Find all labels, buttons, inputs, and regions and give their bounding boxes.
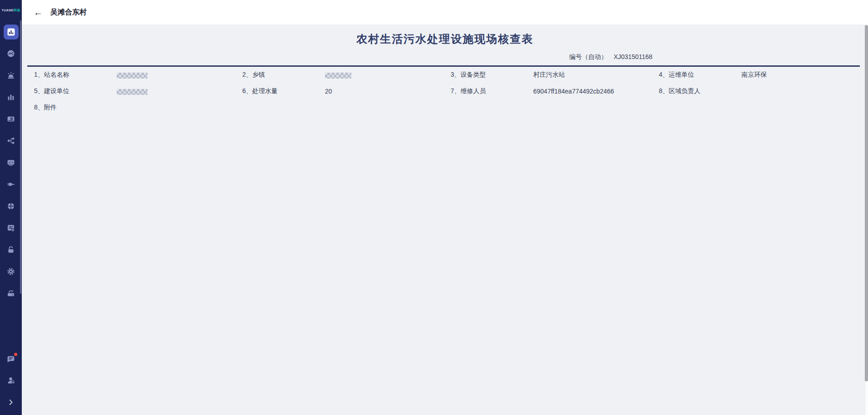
- field-value: [325, 71, 351, 79]
- sidebar-item-account[interactable]: [0, 370, 22, 391]
- topology-icon: [6, 136, 15, 145]
- logo-accent: 环保: [14, 9, 20, 12]
- field-value: 村庄污水站: [533, 71, 565, 79]
- field-value: 南京环保: [741, 71, 767, 79]
- field-value: [117, 71, 148, 79]
- sidebar-item-alarm[interactable]: [0, 64, 22, 86]
- sidebar-item-overview[interactable]: [0, 21, 22, 43]
- app-logo: YUAND环保: [0, 0, 22, 21]
- video-monitor-icon: [6, 114, 15, 124]
- usb-plug-icon: [6, 180, 15, 189]
- document-gear-icon: [6, 223, 15, 232]
- field-label: 5、建设单位: [34, 87, 117, 95]
- column-chart-icon: [6, 93, 15, 102]
- field-label: 4、运维单位: [659, 71, 741, 79]
- alarm-icon: [6, 71, 15, 80]
- topbar: ← 吴滩合东村: [22, 0, 868, 25]
- main-content: 农村生活污水处理设施现场核查表 编号（自动）XJ031501168 1、站名名称…: [22, 25, 868, 415]
- field-label: 2、乡镇: [242, 71, 325, 79]
- field-device-type[interactable]: 3、设备类型 村庄污水站: [444, 67, 652, 83]
- unlock-icon: [6, 245, 15, 254]
- serial-label: 编号（自动）: [569, 53, 607, 60]
- field-region-manager[interactable]: 8、区域负责人: [652, 83, 860, 99]
- field-label: 1、站名名称: [34, 71, 117, 79]
- chevron-right-icon: [6, 398, 15, 407]
- sidebar-item-topology[interactable]: [0, 130, 22, 152]
- field-label: 6、处理水量: [242, 87, 325, 95]
- serial-value: XJ031501168: [614, 53, 652, 60]
- sidebar-item-device[interactable]: [0, 173, 22, 195]
- form-fields: 1、站名名称 2、乡镇 3、设备类型 村庄污水站 4、运维单位 南京环保 5、建…: [27, 67, 860, 116]
- gear-icon: [6, 267, 15, 276]
- globe-chart-icon: [6, 49, 15, 58]
- sidebar-item-apps[interactable]: [0, 195, 22, 217]
- notification-badge: [14, 353, 17, 356]
- field-water-volume[interactable]: 6、处理水量 20: [236, 83, 444, 99]
- sidebar-collapse[interactable]: [0, 391, 22, 413]
- field-value: 69047ff184ea774492cb2466: [533, 88, 614, 95]
- sidebar-item-reports[interactable]: [0, 217, 22, 239]
- redacted-value: [325, 73, 351, 79]
- sidebar-bottom-nav: [0, 348, 22, 415]
- sidebar-item-messages[interactable]: [0, 348, 22, 370]
- sidebar-item-map[interactable]: [0, 43, 22, 64]
- field-construction-unit[interactable]: 5、建设单位: [27, 83, 236, 99]
- sidebar-item-monitor[interactable]: [0, 108, 22, 130]
- logo-text: YUAND环保: [2, 8, 20, 13]
- field-value: 20: [325, 88, 332, 95]
- sidebar-scrollbar[interactable]: [20, 20, 21, 294]
- backup-drive-icon: [6, 289, 15, 298]
- field-operation-unit[interactable]: 4、运维单位 南京环保: [652, 67, 860, 83]
- chat-icon: [6, 354, 15, 363]
- field-attachments[interactable]: 8、附件: [27, 99, 236, 116]
- sidebar-nav: </>: [0, 21, 22, 304]
- field-label: 3、设备类型: [451, 71, 533, 79]
- svg-text:</>: </>: [8, 161, 14, 164]
- user-lock-icon: [6, 376, 15, 385]
- redacted-value: [117, 73, 148, 79]
- field-label: 7、维修人员: [451, 87, 533, 95]
- main-scrollbar-thumb[interactable]: [865, 25, 868, 381]
- code-screen-icon: </>: [6, 158, 15, 167]
- main-scrollbar-track[interactable]: [865, 25, 868, 415]
- clover-icon: [6, 202, 15, 211]
- sidebar-item-devops[interactable]: </>: [0, 152, 22, 173]
- field-label: 8、附件: [34, 104, 117, 112]
- field-value: [117, 88, 148, 95]
- form-title: 农村生活污水处理设施现场核查表: [22, 32, 868, 46]
- sidebar-item-settings[interactable]: [0, 261, 22, 282]
- sidebar-item-statistics[interactable]: [0, 86, 22, 108]
- field-township[interactable]: 2、乡镇: [236, 67, 444, 83]
- redacted-value: [117, 89, 148, 95]
- back-arrow-icon[interactable]: ←: [34, 8, 43, 17]
- page-title: 吴滩合东村: [50, 8, 87, 17]
- bar-chart-icon: [4, 25, 19, 40]
- field-station-name[interactable]: 1、站名名称: [27, 67, 236, 83]
- field-label: 8、区域负责人: [659, 87, 741, 95]
- sidebar: YUAND环保: [0, 0, 22, 415]
- serial-number: 编号（自动）XJ031501168: [22, 53, 652, 61]
- sidebar-item-security[interactable]: [0, 239, 22, 261]
- field-maintenance-staff[interactable]: 7、维修人员 69047ff184ea774492cb2466: [444, 83, 652, 99]
- sidebar-item-backup[interactable]: [0, 282, 22, 304]
